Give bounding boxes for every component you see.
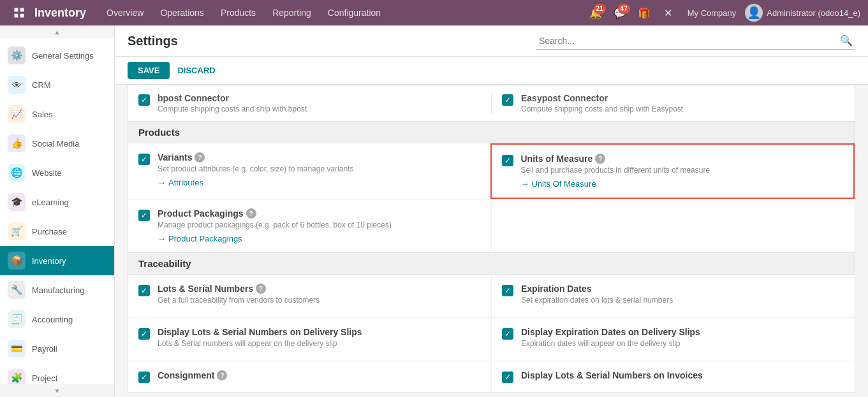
avatar[interactable]: 👤 bbox=[745, 4, 763, 22]
sidebar-label-sales: Sales bbox=[32, 110, 53, 119]
uom-help-icon[interactable]: ? bbox=[595, 154, 605, 164]
lots-help-icon[interactable]: ? bbox=[256, 284, 266, 294]
variants-info: Variants ? Set product attributes (e.g. … bbox=[158, 152, 480, 187]
sidebar-item-accounting[interactable]: 🧾 Accounting bbox=[0, 305, 114, 334]
save-button[interactable]: SAVE bbox=[128, 62, 170, 79]
sidebar-item-payroll[interactable]: 💳 Payroll bbox=[0, 334, 114, 363]
expiration-info: Expiration Dates Set expiration dates on… bbox=[521, 284, 844, 308]
messages-icon[interactable]: 💬 47 bbox=[610, 3, 630, 23]
search-bar: 🔍 bbox=[536, 32, 855, 50]
lots-checkbox[interactable]: ✓ bbox=[138, 285, 150, 296]
traceability-section-header: Traceability bbox=[128, 253, 855, 275]
sidebar-item-purchase[interactable]: 🛒 Purchase bbox=[0, 217, 114, 246]
expiration-label: Expiration Dates bbox=[521, 284, 844, 294]
packagings-help-icon[interactable]: ? bbox=[246, 208, 256, 219]
company-name[interactable]: My Company bbox=[682, 6, 742, 20]
bpost-desc: Compute shipping costs and ship with bpo… bbox=[158, 105, 307, 113]
sales-icon: 📈 bbox=[8, 105, 26, 123]
sidebar-label-payroll: Payroll bbox=[32, 344, 57, 354]
lots-desc: Get a full traceability from vendors to … bbox=[158, 296, 481, 305]
sidebar-item-website[interactable]: 🌐 Website bbox=[0, 158, 114, 187]
display-lots-delivery-label: Display Lots & Serial Numbers on Deliver… bbox=[158, 327, 481, 337]
display-lots-delivery-desc: Lots & Serial numbers will appear on the… bbox=[158, 339, 481, 348]
uom-checkbox[interactable]: ✓ bbox=[502, 155, 513, 166]
sidebar-scroll-down[interactable]: ▼ bbox=[0, 384, 114, 397]
packagings-desc: Manage product packagings (e.g. pack of … bbox=[158, 220, 481, 229]
packagings-link[interactable]: Product Packagings bbox=[158, 234, 242, 243]
notification-bell-icon[interactable]: 🔔 21 bbox=[585, 3, 606, 23]
sidebar-item-inventory[interactable]: 📦 Inventory bbox=[0, 246, 114, 275]
display-lots-invoices-info: Display Lots & Serial Numbers on Invoice… bbox=[521, 370, 844, 382]
display-lots-invoices-checkbox[interactable]: ✓ bbox=[502, 372, 513, 383]
sidebar-items: ⚙️ General Settings 👁 CRM 📈 Sales 👍 Soci… bbox=[0, 38, 114, 395]
general-settings-icon: ⚙️ bbox=[8, 47, 26, 64]
traceability-row-1: ✓ Lots & Serial Numbers ? Get a full tra… bbox=[128, 275, 855, 318]
products-row-1: ✓ Variants ? Set product attributes (e.g… bbox=[128, 143, 855, 199]
sidebar-scroll-up[interactable]: ▲ bbox=[0, 25, 114, 38]
search-input[interactable] bbox=[539, 36, 840, 46]
variants-help-icon[interactable]: ? bbox=[195, 152, 205, 162]
sidebar-item-manufacturing[interactable]: 🔧 Manufacturing bbox=[0, 275, 114, 305]
variants-checkbox[interactable]: ✓ bbox=[138, 154, 150, 165]
settings-header: Settings 🔍 bbox=[115, 25, 868, 57]
sidebar-item-sales[interactable]: 📈 Sales bbox=[0, 99, 114, 129]
sidebar-label-general: General Settings bbox=[32, 51, 94, 61]
top-navigation: Inventory Overview Operations Products R… bbox=[0, 0, 868, 25]
consignment-checkbox[interactable]: ✓ bbox=[138, 372, 150, 383]
display-expiration-delivery-setting: ✓ Display Expiration Dates on Delivery S… bbox=[491, 318, 855, 361]
expiration-checkbox[interactable]: ✓ bbox=[502, 285, 513, 296]
discard-button[interactable]: DISCARD bbox=[177, 66, 215, 75]
gift-icon[interactable]: 🎁 bbox=[634, 3, 654, 23]
display-lots-delivery-info: Display Lots & Serial Numbers on Deliver… bbox=[158, 327, 481, 352]
sidebar-item-social-media[interactable]: 👍 Social Media bbox=[0, 129, 114, 158]
close-icon[interactable]: ✕ bbox=[658, 3, 679, 23]
traceability-row-3: ✓ Consignment ? ✓ Display Lots & Serial … bbox=[128, 361, 855, 392]
variants-label: Variants ? bbox=[158, 152, 480, 162]
sidebar-item-general-settings[interactable]: ⚙️ General Settings bbox=[0, 41, 114, 70]
sidebar-item-crm[interactable]: 👁 CRM bbox=[0, 70, 114, 99]
grid-menu-icon[interactable] bbox=[8, 1, 31, 24]
notification-count: 21 bbox=[594, 4, 606, 14]
display-expiration-delivery-checkbox[interactable]: ✓ bbox=[502, 328, 513, 340]
bpost-name: bpost Connector bbox=[158, 93, 307, 103]
nav-reporting[interactable]: Reporting bbox=[265, 3, 319, 23]
variants-desc: Set product attributes (e.g. color, size… bbox=[158, 164, 480, 173]
product-packagings-setting: ✓ Product Packagings ? Manage product pa… bbox=[128, 199, 491, 252]
packagings-checkbox[interactable]: ✓ bbox=[138, 210, 150, 221]
display-lots-delivery-setting: ✓ Display Lots & Serial Numbers on Deliv… bbox=[128, 318, 491, 361]
lots-info: Lots & Serial Numbers ? Get a full trace… bbox=[158, 284, 481, 308]
nav-links: Overview Operations Products Reporting C… bbox=[99, 3, 585, 23]
sidebar-label-crm: CRM bbox=[32, 80, 51, 90]
messages-count: 47 bbox=[618, 4, 630, 14]
nav-products[interactable]: Products bbox=[213, 3, 263, 23]
user-name[interactable]: Administrator (odoo14_e) bbox=[767, 8, 860, 18]
packagings-info: Product Packagings ? Manage product pack… bbox=[158, 208, 481, 243]
consignment-info: Consignment ? bbox=[158, 370, 481, 382]
nav-overview[interactable]: Overview bbox=[99, 3, 151, 23]
display-expiration-delivery-label: Display Expiration Dates on Delivery Sli… bbox=[521, 327, 844, 337]
bpost-checkbox[interactable]: ✓ bbox=[138, 94, 150, 106]
nav-operations[interactable]: Operations bbox=[152, 3, 211, 23]
sidebar-item-elearning[interactable]: 🎓 eLearning bbox=[0, 187, 114, 217]
sidebar-label-website: Website bbox=[32, 168, 62, 178]
sidebar-label-purchase: Purchase bbox=[32, 227, 67, 236]
manufacturing-icon: 🔧 bbox=[8, 281, 26, 299]
settings-body: ✓ bpost Connector Compute shipping costs… bbox=[115, 85, 868, 397]
nav-configuration[interactable]: Configuration bbox=[320, 3, 388, 23]
display-lots-delivery-checkbox[interactable]: ✓ bbox=[138, 328, 150, 340]
sidebar-label-elearning: eLearning bbox=[32, 198, 69, 207]
products-section-body: ✓ Variants ? Set product attributes (e.g… bbox=[128, 143, 855, 253]
social-media-icon: 👍 bbox=[8, 134, 26, 152]
sidebar-label-social: Social Media bbox=[32, 139, 79, 148]
variants-link[interactable]: Attributes bbox=[158, 178, 203, 187]
uom-info: Units of Measure ? Sell and purchase pro… bbox=[521, 154, 844, 189]
uom-link[interactable]: Units Of Measure bbox=[521, 179, 596, 189]
display-expiration-delivery-desc: Expiration dates will appear on the deli… bbox=[521, 339, 844, 348]
payroll-icon: 💳 bbox=[8, 340, 26, 357]
sidebar-label-manufacturing: Manufacturing bbox=[32, 285, 84, 295]
consignment-help-icon[interactable]: ? bbox=[217, 370, 227, 380]
easypost-checkbox[interactable]: ✓ bbox=[502, 94, 513, 106]
search-icon[interactable]: 🔍 bbox=[840, 34, 853, 47]
consignment-label: Consignment ? bbox=[158, 370, 481, 380]
website-icon: 🌐 bbox=[8, 164, 26, 182]
